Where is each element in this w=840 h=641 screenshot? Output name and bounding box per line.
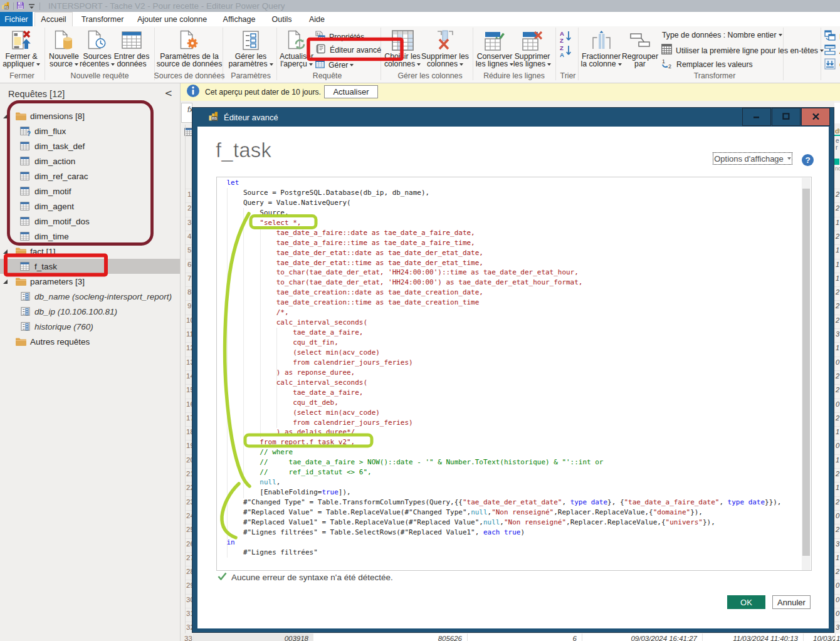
expand-triangle-icon[interactable]: [3, 279, 8, 284]
queries-panel: Requêtes [12] < dimensions [8]?dim_fluxd…: [0, 83, 181, 641]
div: [834, 594, 840, 595]
ok-button[interactable]: OK: [727, 595, 765, 609]
quick-access-dropdown-icon[interactable]: [28, 1, 35, 12]
tk-s: "univers": [666, 518, 703, 526]
query-item-autres-requ-tes[interactable]: Autres requêtes: [0, 334, 180, 349]
expand-triangle-icon[interactable]: [3, 113, 8, 119]
query-item-dim_task_def[interactable]: dim_task_def: [0, 138, 180, 154]
display-options-dropdown[interactable]: Options d'affichage: [713, 152, 792, 165]
tk-k: type date: [728, 498, 765, 506]
group-label-gerer-les-colonnes: Gérer les colonnes: [397, 71, 462, 80]
append-queries-button[interactable]: A: [824, 44, 840, 58]
code-scrollbar[interactable]: [802, 178, 811, 571]
code-editor[interactable]: let Source = PostgreSQL.Database(db_ip, …: [216, 177, 812, 571]
query-item-dim_ref_carac[interactable]: dim_ref_carac: [0, 169, 180, 184]
tab-aide[interactable]: Aide: [305, 12, 329, 26]
cancel-button[interactable]: Annuler: [772, 595, 811, 609]
m-code: let Source = PostgreSQL.Database(db_ip, …: [217, 178, 811, 558]
remove-rows-button[interactable]: Supprimer les lignes: [495, 29, 570, 68]
tree-item-label: dim_flux: [34, 127, 66, 136]
table-icon: [20, 202, 29, 213]
replace-values-button[interactable]: 12 Remplacer les valeurs: [661, 58, 753, 71]
refresh-preview-action-button[interactable]: Actualiser: [324, 85, 378, 98]
code-line: tae_date_creation::time as tae_date_crea…: [217, 298, 811, 308]
query-item-db_name-socleng-intersport_report-[interactable]: db_name (socleng-intersport_report): [0, 289, 180, 304]
span: colonnes: [427, 60, 458, 68]
query-item-parameters-3-[interactable]: parameters [3]: [0, 274, 180, 289]
div: [834, 496, 840, 497]
manage-query-button[interactable]: Gérer: [315, 60, 354, 71]
background-cell-value: 1: [836, 484, 839, 491]
window-title: INTERSPORT - Tache V2 - Pour recette - E…: [48, 1, 285, 11]
query-item-dim_motif[interactable]: dim_motif: [0, 184, 180, 199]
background-cell-value: 0: [836, 400, 839, 408]
tab-transformer[interactable]: Transformer: [77, 12, 128, 26]
tree-item-label: historique (760): [34, 322, 93, 331]
code-line: (select min(acv_code): [217, 348, 811, 358]
merge-queries-button[interactable]: F: [824, 30, 840, 43]
tk-t: Source = PostgreSQL.Database(db_ip, db_n…: [227, 189, 430, 197]
collapse-panel-icon[interactable]: <: [164, 88, 172, 99]
div: [834, 315, 840, 315]
query-item-dim_motif_dos[interactable]: dim_motif_dos: [0, 214, 180, 229]
code-line: (select min(acv_code): [217, 408, 811, 418]
background-cell-value: 3: [836, 540, 839, 548]
tab-affichage[interactable]: Affichage: [219, 12, 259, 26]
div: [834, 357, 840, 357]
data-type-dropdown[interactable]: Type de données : Nombre entier: [662, 31, 782, 39]
tab-ajouter-une-colonne[interactable]: Ajouter une colonne: [134, 12, 210, 26]
app-logo-rs-icon: RS: [2, 1, 9, 12]
combine-files-button[interactable]: C: [824, 58, 840, 72]
tab-accueil[interactable]: Accueil: [34, 12, 73, 26]
div: dt_: [835, 127, 840, 135]
scrollbar-thumb[interactable]: [802, 189, 810, 556]
background-cell-value: 2: [836, 372, 839, 380]
code-line: cqu_dt_deb,: [217, 398, 811, 408]
query-item-dim_action[interactable]: dim_action: [0, 154, 180, 169]
query-item-f_task[interactable]: f_task: [0, 259, 180, 274]
save-icon[interactable]: [16, 1, 24, 12]
group-label-sources-de-donnees: Sources de données: [154, 71, 225, 80]
query-item-fact-1-[interactable]: fact [1]: [0, 244, 180, 259]
minimize-icon: [753, 112, 760, 123]
first-row-headers-button[interactable]: Utiliser la première ligne pour les en-t…: [661, 44, 824, 57]
tab-outils[interactable]: Outils: [267, 12, 297, 26]
background-cell-value: 0: [836, 581, 839, 589]
query-item-dim_agent[interactable]: dim_agent: [0, 199, 180, 214]
code-line: null,: [217, 477, 811, 487]
query-item-dimensions-8-[interactable]: dimensions [8]: [0, 108, 180, 123]
query-item-historique-760-[interactable]: historique (760): [0, 319, 180, 334]
code-line: // tae_date_a_faire > NOW()::date - '" &…: [217, 457, 811, 467]
table-icon: [20, 187, 29, 198]
button-label: Gérer: [328, 61, 348, 70]
dialog-close-button[interactable]: [801, 108, 830, 126]
dropdown-caret-icon: [787, 157, 791, 160]
tab-fichier[interactable]: Fichier: [0, 12, 33, 26]
query-item-dim_time[interactable]: dim_time: [0, 229, 180, 244]
tk-t: Query = Value.NativeQuery(: [227, 199, 351, 207]
div: [834, 580, 840, 580]
tk-n: null: [471, 508, 487, 516]
help-icon[interactable]: ?: [802, 154, 814, 166]
code-line: // ref_id_statut <> 6",: [217, 467, 811, 477]
group-label-nouvelle-requete: Nouvelle requête: [71, 71, 129, 80]
table-icon: [20, 217, 29, 228]
background-cell-value: 1: [836, 219, 839, 226]
div: [834, 412, 840, 413]
query-item-dim_flux[interactable]: ?dim_flux: [0, 123, 180, 138]
expand-triangle-icon[interactable]: [3, 249, 8, 254]
background-cell-value: 3: [836, 623, 839, 631]
dialog-minimize-button[interactable]: [742, 108, 771, 126]
properties-button[interactable]: Propriétés: [315, 31, 364, 43]
div: [834, 426, 840, 427]
background-table-cell: 09/03/2024 16:41:27: [582, 633, 702, 641]
tk-k: type date: [570, 498, 607, 506]
dialog-maximize-button[interactable]: [772, 108, 801, 126]
background-row-number: 4: [187, 232, 191, 240]
code-line: tae_date_a_faire,: [217, 388, 811, 398]
tk-k: true: [322, 488, 338, 496]
div: [834, 259, 840, 259]
tk-t: ,: [276, 478, 281, 486]
query-item-db_ip-10-106-100-81-[interactable]: db_ip (10.106.100.81): [0, 304, 180, 319]
background-cell-value: 0: [836, 610, 839, 617]
